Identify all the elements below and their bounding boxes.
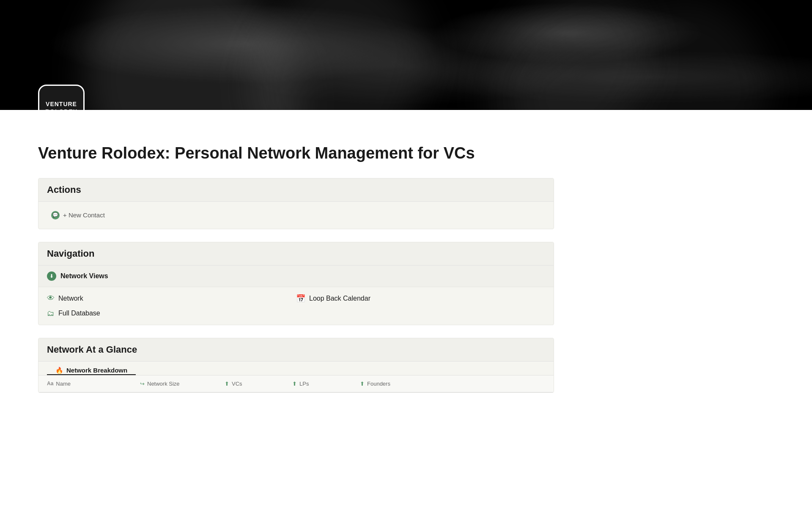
col-vcs-icon: ⬆: [225, 381, 229, 387]
new-contact-button[interactable]: 💬 + New Contact: [47, 208, 109, 222]
glance-section: Network At a Glance 🔥 Network Breakdown …: [38, 338, 554, 393]
calendar-nav-label: Loop Back Calendar: [309, 295, 370, 302]
col-name-label: Name: [56, 381, 71, 387]
network-views-icon: ⬇: [47, 271, 56, 281]
nav-links-grid: 👁 Network 📅 Loop Back Calendar 🗂 Full Da…: [38, 287, 554, 325]
col-header-name: Aa Name: [47, 381, 140, 387]
calendar-nav-icon: 📅: [296, 294, 305, 303]
database-nav-icon: 🗂: [47, 309, 55, 318]
navigation-section: Navigation ⬇ Network Views 👁 Network 📅 L…: [38, 242, 554, 325]
page-title: Venture Rolodex: Personal Network Manage…: [38, 144, 554, 163]
navigation-header: Navigation: [38, 242, 554, 266]
network-views-label: Network Views: [60, 272, 108, 280]
actions-section: Actions 💬 + New Contact: [38, 178, 554, 229]
logo-line2: ROLODEX: [45, 108, 77, 110]
breakdown-tab-label: Network Breakdown: [66, 367, 127, 374]
col-header-vcs: ⬆ VCs: [225, 381, 292, 387]
network-breakdown-tab[interactable]: 🔥 Network Breakdown: [47, 362, 136, 375]
database-nav-label: Full Database: [58, 310, 100, 317]
breakdown-tab-fire-icon: 🔥: [55, 367, 63, 374]
actions-body: 💬 + New Contact: [38, 202, 554, 229]
nav-link-loop-back-calendar[interactable]: 📅 Loop Back Calendar: [296, 294, 545, 303]
logo-container: VENTURE ROLODEX: [38, 85, 85, 110]
nav-link-network[interactable]: 👁 Network: [47, 294, 296, 303]
logo-badge: VENTURE ROLODEX: [38, 85, 85, 110]
col-network-size-label: Network Size: [147, 381, 180, 387]
nav-link-full-database[interactable]: 🗂 Full Database: [47, 309, 296, 318]
network-nav-icon: 👁: [47, 294, 55, 303]
hero-banner: VENTURE ROLODEX: [0, 0, 812, 110]
glance-header: Network At a Glance: [38, 338, 554, 362]
network-nav-label: Network: [58, 295, 83, 302]
col-header-network-size: ↪ Network Size: [140, 381, 225, 387]
col-lps-icon: ⬆: [292, 381, 297, 387]
col-lps-label: LPs: [299, 381, 309, 387]
col-header-founders: ⬆ Founders: [360, 381, 436, 387]
new-contact-icon: 💬: [51, 211, 60, 219]
col-vcs-label: VCs: [232, 381, 242, 387]
col-founders-label: Founders: [367, 381, 390, 387]
table-header-row: Aa Name ↪ Network Size ⬆ VCs ⬆ LPs ⬆ Fou…: [38, 375, 554, 392]
col-founders-icon: ⬆: [360, 381, 365, 387]
logo-line1: VENTURE: [46, 100, 77, 108]
col-header-lps: ⬆ LPs: [292, 381, 360, 387]
new-contact-label: + New Contact: [63, 211, 105, 219]
actions-header: Actions: [38, 178, 554, 202]
col-name-icon: Aa: [47, 381, 53, 386]
network-views-row[interactable]: ⬇ Network Views: [38, 266, 554, 287]
col-network-size-icon: ↪: [140, 381, 145, 387]
